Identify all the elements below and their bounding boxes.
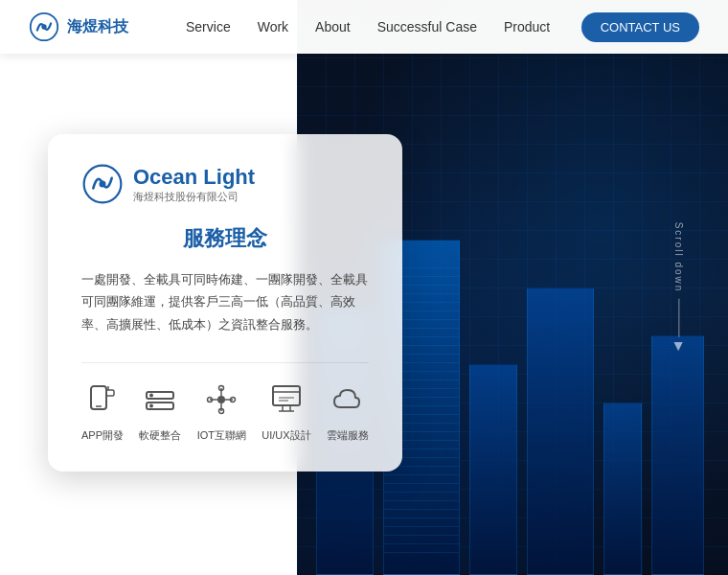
svg-point-3 xyxy=(99,180,105,187)
service-row: APP開發 軟硬整合 xyxy=(81,362,369,443)
cloud-icon xyxy=(327,379,369,421)
nav-work[interactable]: Work xyxy=(258,19,288,34)
iot-icon xyxy=(200,379,242,421)
service-cloud: 雲端服務 xyxy=(327,379,369,443)
service-integration: 軟硬整合 xyxy=(139,379,181,443)
scroll-indicator: Scroll down ▶ xyxy=(673,222,687,354)
scroll-line xyxy=(679,298,680,336)
service-iot: IOT互聯網 xyxy=(197,379,246,443)
svg-point-10 xyxy=(149,394,153,398)
logo-text: 海煜科技 xyxy=(67,17,128,37)
card-company-sub: 海煜科技股份有限公司 xyxy=(133,190,255,204)
card-company-name: Ocean Light xyxy=(133,165,255,190)
service-card: Ocean Light 海煜科技股份有限公司 服務理念 一處開發、全載具可同時佈… xyxy=(48,134,402,472)
card-logo-icon xyxy=(81,163,124,205)
svg-point-11 xyxy=(149,404,153,408)
card-logo: Ocean Light 海煜科技股份有限公司 xyxy=(81,163,369,205)
card-title: 服務理念 xyxy=(81,224,369,253)
service-iot-label: IOT互聯網 xyxy=(197,428,246,443)
nav-product[interactable]: Product xyxy=(504,19,550,34)
svg-point-12 xyxy=(217,396,225,403)
service-cloud-label: 雲端服務 xyxy=(327,428,369,443)
logo-area: 海煜科技 xyxy=(29,12,128,42)
building-5 xyxy=(603,402,642,575)
service-uiux: UI/UX設計 xyxy=(262,379,310,443)
service-app-label: APP開發 xyxy=(81,428,124,443)
svg-rect-21 xyxy=(273,386,300,405)
scroll-arrow-icon: ▶ xyxy=(673,342,687,353)
page-wrapper: 海煜科技 Service Work About Successful Case … xyxy=(0,0,728,575)
service-integration-label: 軟硬整合 xyxy=(139,428,181,443)
app-icon xyxy=(81,379,124,421)
integration-icon xyxy=(139,379,181,421)
building-6 xyxy=(651,335,704,575)
card-logo-text: Ocean Light 海煜科技股份有限公司 xyxy=(133,165,255,204)
nav-case[interactable]: Successful Case xyxy=(377,19,477,34)
card-description: 一處開發、全載具可同時佈建、一團隊開發、全載具可同團隊維運，提供客戶三高一低（高… xyxy=(81,268,369,335)
service-uiux-label: UI/UX設計 xyxy=(262,428,310,443)
navbar: 海煜科技 Service Work About Successful Case … xyxy=(0,0,728,54)
nav-about[interactable]: About xyxy=(315,19,351,34)
scroll-label: Scroll down xyxy=(674,222,685,293)
svg-rect-6 xyxy=(106,390,114,396)
building-4 xyxy=(527,288,594,575)
service-app: APP開發 xyxy=(81,379,124,443)
svg-point-1 xyxy=(41,24,46,29)
logo-icon xyxy=(29,12,59,42)
nav-links: Service Work About Successful Case Produ… xyxy=(186,19,550,34)
nav-service[interactable]: Service xyxy=(186,19,231,34)
building-3 xyxy=(469,364,517,575)
contact-button[interactable]: CONTACT US xyxy=(581,12,699,42)
uiux-icon xyxy=(265,379,307,421)
